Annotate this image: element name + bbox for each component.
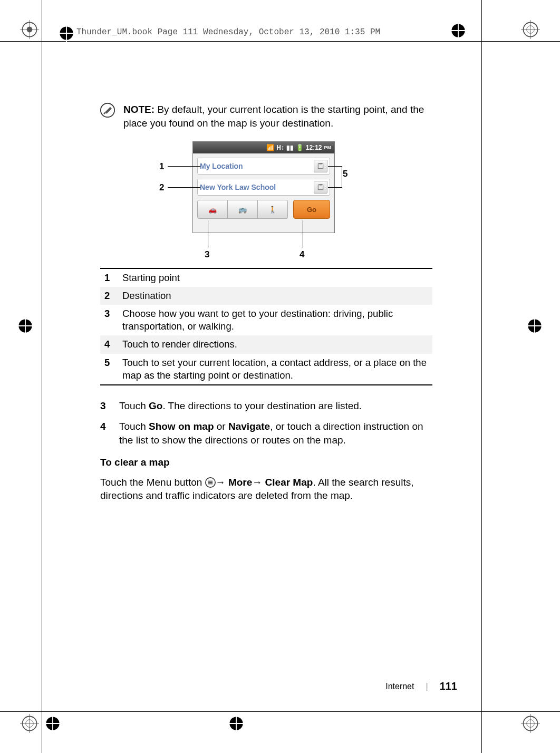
legend-num: 3 (100, 305, 118, 335)
step-number: 3 (100, 399, 110, 413)
signal-icon: 📶 (266, 144, 274, 151)
proof-frame-bottom (0, 711, 560, 712)
page-content: NOTE: By default, your current location … (100, 103, 432, 503)
page-footer: Internet | 111 (385, 680, 457, 692)
svg-rect-35 (105, 107, 112, 114)
note-pencil-icon (100, 103, 115, 118)
proof-frame-right (481, 0, 482, 753)
heading-clear-map: To clear a map (100, 457, 432, 468)
footer-page-number: 111 (440, 680, 457, 692)
legend-num: 2 (100, 287, 118, 305)
status-time: 12:12 (306, 144, 322, 151)
registration-mark-icon (521, 20, 540, 39)
car-icon: 🚗 (208, 206, 217, 214)
proof-frame-left (42, 0, 42, 753)
callout-line (168, 166, 200, 167)
table-row: 5Touch to set your current location, a c… (100, 354, 432, 385)
proof-frame-top (0, 41, 560, 42)
note-label: NOTE: (123, 104, 155, 115)
legend-text: Destination (118, 287, 432, 305)
legend-num: 5 (100, 354, 118, 385)
legend-text: Starting point (118, 268, 432, 287)
callout-line (328, 166, 342, 167)
table-row: 1Starting point (100, 268, 432, 287)
go-button-label: Go (307, 206, 316, 214)
legend-num: 1 (100, 268, 118, 287)
legend-text: Touch to set your current location, a co… (118, 354, 432, 385)
paragraph-clear-map: Touch the Menu button → More→ Clear Map.… (100, 476, 432, 503)
table-row: 4Touch to render directions. (100, 335, 432, 353)
device-screenshot: 📶 H↕ ▮▮ 🔋 12:12PM 🚗 🚌 (192, 141, 335, 233)
note-text: NOTE: By default, your current location … (123, 103, 432, 130)
destination-picker-button[interactable] (314, 181, 327, 194)
figure-with-callouts: 📶 H↕ ▮▮ 🔋 12:12PM 🚗 🚌 (100, 141, 432, 263)
callout-line (342, 175, 342, 188)
go-button[interactable]: Go (293, 200, 330, 219)
table-row: 2Destination (100, 287, 432, 305)
callout-number-5: 5 (343, 169, 347, 179)
svg-rect-38 (320, 163, 322, 164)
bars-icon: ▮▮ (286, 144, 294, 151)
registration-mark-icon (16, 316, 35, 335)
step-body: Touch Go. The directions to your destina… (119, 399, 362, 413)
battery-icon: 🔋 (296, 144, 304, 151)
callout-line (208, 220, 208, 248)
print-header-stamp: Thunder_UM.book Page 111 Wednesday, Octo… (76, 27, 380, 37)
start-point-input[interactable] (200, 162, 311, 170)
registration-mark-icon (525, 316, 544, 335)
step-number: 4 (100, 420, 110, 447)
svg-rect-40 (320, 184, 322, 185)
status-bar: 📶 H↕ ▮▮ 🔋 12:12PM (193, 142, 334, 153)
callout-line (303, 220, 303, 248)
destination-field[interactable] (197, 179, 330, 196)
registration-mark-icon (43, 714, 62, 733)
callout-number-2: 2 (159, 182, 164, 193)
step-4: 4 Touch Show on map or Navigate, or touc… (100, 420, 432, 447)
note-block: NOTE: By default, your current location … (100, 103, 432, 130)
travel-mode-row: 🚗 🚌 🚶 Go (197, 200, 330, 219)
numbered-steps: 3 Touch Go. The directions to your desti… (100, 399, 432, 447)
mode-walking-button[interactable]: 🚶 (258, 200, 288, 219)
start-point-picker-button[interactable] (314, 160, 327, 172)
table-row: 3Choose how you want to get to your dest… (100, 305, 432, 335)
destination-input[interactable] (200, 183, 311, 191)
svg-rect-39 (318, 185, 323, 190)
status-time-suffix: PM (324, 145, 332, 150)
svg-point-3 (27, 27, 33, 33)
note-body: By default, your current location is the… (123, 104, 424, 129)
registration-mark-icon (449, 21, 468, 40)
callout-number-1: 1 (159, 161, 164, 172)
step-3: 3 Touch Go. The directions to your desti… (100, 399, 432, 413)
registration-mark-icon (20, 20, 39, 39)
walk-icon: 🚶 (268, 206, 277, 214)
registration-mark-icon (57, 24, 76, 43)
step-body: Touch Show on map or Navigate, or touch … (119, 420, 432, 447)
legend-num: 4 (100, 335, 118, 353)
footer-separator: | (426, 682, 428, 691)
bus-icon: 🚌 (238, 206, 247, 214)
registration-mark-icon (227, 714, 246, 733)
mode-transit-button[interactable]: 🚌 (228, 200, 258, 219)
callout-line (328, 187, 342, 188)
callout-line (168, 187, 200, 188)
registration-mark-icon (521, 714, 540, 733)
registration-mark-icon (20, 714, 39, 733)
footer-section: Internet (385, 682, 414, 691)
legend-table: 1Starting point 2Destination 3Choose how… (100, 268, 432, 385)
mode-driving-button[interactable]: 🚗 (197, 200, 228, 219)
svg-rect-37 (318, 164, 323, 169)
legend-text: Touch to render directions. (118, 335, 432, 353)
callout-number-4: 4 (300, 249, 304, 260)
legend-text: Choose how you want to get to your desti… (118, 305, 432, 335)
callout-number-3: 3 (205, 249, 209, 260)
start-point-field[interactable] (197, 158, 330, 175)
menu-button-icon (205, 477, 216, 488)
network-icon: H↕ (276, 144, 284, 151)
